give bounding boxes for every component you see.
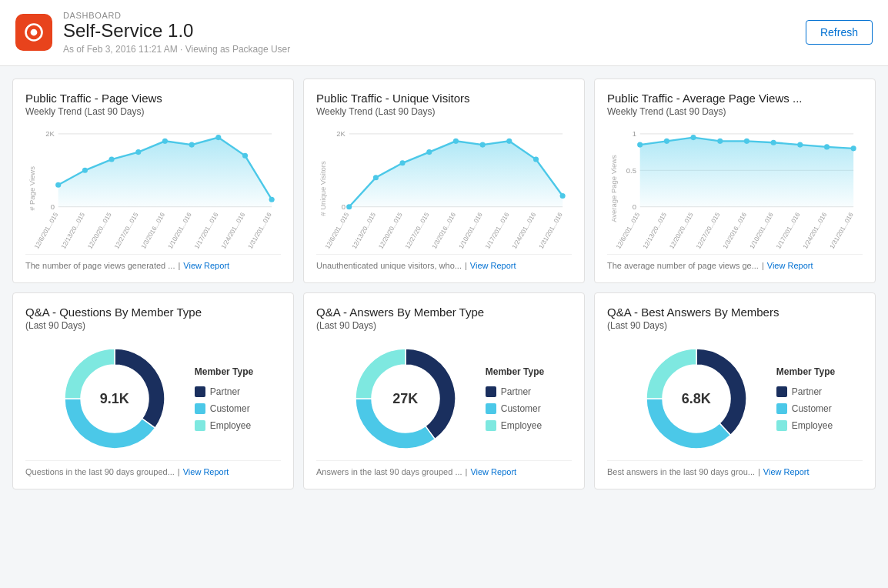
header-left: DASHBOARD Self-Service 1.0 As of Feb 3, … — [15, 11, 290, 55]
card-footer: Answers in the last 90 days grouped ... … — [316, 460, 572, 476]
donut-chart-svg — [53, 337, 176, 460]
svg-text:12/6/201...015: 12/6/201...015 — [323, 211, 350, 250]
refresh-button[interactable]: Refresh — [806, 20, 873, 45]
svg-point-1 — [31, 29, 38, 36]
svg-point-19 — [135, 149, 141, 155]
svg-text:2K: 2K — [336, 129, 346, 138]
donut-area: 6.8K Member Type Partner Customer Employ… — [607, 337, 863, 460]
legend-label: Partner — [501, 386, 531, 397]
svg-text:1/31/201...016: 1/31/201...016 — [246, 211, 273, 250]
svg-text:1/24/201...016: 1/24/201...016 — [510, 211, 537, 250]
card-best-answers: Q&A - Best Answers By Members (Last 90 D… — [594, 292, 876, 489]
view-report-link[interactable]: View Report — [470, 261, 516, 270]
chart-area: Average Page Views 10.50 12/6/201...0151… — [607, 123, 863, 254]
legend-swatch — [486, 420, 496, 431]
footer-separator: | — [465, 261, 467, 270]
svg-text:12/6/201...015: 12/6/201...015 — [32, 211, 59, 250]
footer-text: Unauthenticated unique visitors, who... — [316, 261, 462, 270]
card-footer: Questions in the last 90 days grouped...… — [25, 460, 281, 476]
svg-text:2K: 2K — [45, 129, 55, 138]
svg-text:1/17/201...016: 1/17/201...016 — [774, 211, 801, 250]
svg-point-73 — [81, 365, 149, 433]
svg-text:0: 0 — [633, 202, 636, 211]
svg-text:12/20/20...015: 12/20/20...015 — [86, 211, 113, 250]
view-report-link[interactable]: View Report — [470, 467, 516, 476]
view-report-link[interactable]: View Report — [183, 261, 229, 270]
donut-legend: Member Type Partner Customer Employee — [776, 366, 835, 431]
footer-separator: | — [758, 467, 760, 476]
svg-text:1/31/201...016: 1/31/201...016 — [828, 211, 855, 250]
header: DASHBOARD Self-Service 1.0 As of Feb 3, … — [0, 0, 888, 66]
donut-area: 27K Member Type Partner Customer Employe… — [316, 337, 572, 460]
donut-area: 9.1K Member Type Partner Customer Employ… — [25, 337, 281, 460]
svg-text:1/24/201...016: 1/24/201...016 — [801, 211, 828, 250]
card-footer: The average number of page views ge... |… — [607, 254, 863, 270]
svg-text:1/10/201...016: 1/10/201...016 — [166, 211, 193, 250]
card-footer: The number of page views generated ... |… — [25, 254, 281, 270]
legend-swatch — [776, 420, 787, 431]
card-subtitle: Weekly Trend (Last 90 Days) — [25, 106, 281, 117]
svg-point-66 — [690, 135, 696, 140]
svg-point-42 — [426, 149, 432, 155]
card-avg-page-views: Public Traffic - Average Page Views ... … — [594, 79, 876, 283]
svg-text:12/6/201...015: 12/6/201...015 — [614, 211, 641, 250]
footer-separator: | — [466, 467, 468, 476]
svg-point-46 — [533, 156, 539, 162]
legend-label: Customer — [501, 403, 541, 414]
donut-legend: Member Type Partner Customer Employee — [486, 366, 544, 431]
legend-swatch — [486, 386, 496, 397]
svg-point-22 — [215, 135, 221, 140]
legend-item: Partner — [195, 386, 253, 397]
legend-item: Customer — [776, 403, 835, 414]
card-page-views: Public Traffic - Page Views Weekly Trend… — [12, 79, 294, 283]
svg-point-39 — [346, 204, 352, 209]
card-title: Q&A - Best Answers By Members — [607, 306, 863, 319]
card-subtitle: (Last 90 Days) — [25, 320, 281, 331]
donut-svg-wrap: 6.8K — [635, 337, 758, 460]
donut-chart-svg — [635, 337, 758, 460]
svg-text:12/13/20...015: 12/13/20...015 — [59, 211, 86, 250]
legend-label: Employee — [501, 420, 542, 431]
legend-label: Employee — [792, 420, 833, 431]
legend-label: Partner — [210, 386, 240, 397]
view-report-link[interactable]: View Report — [183, 467, 229, 476]
svg-point-16 — [55, 182, 61, 187]
chart-area: # Unique Visitors 2K0 12/6/201...01512/1… — [316, 123, 572, 254]
line-chart-svg: # Page Views 2K0 12/6/201...01512/13/20.… — [25, 123, 281, 254]
svg-point-44 — [480, 142, 486, 147]
card-subtitle: (Last 90 Days) — [316, 320, 572, 331]
chart-area: # Page Views 2K0 12/6/201...01512/13/20.… — [25, 123, 281, 254]
legend-swatch — [776, 386, 787, 397]
svg-text:0: 0 — [342, 202, 346, 211]
svg-text:0: 0 — [51, 202, 55, 211]
card-title: Q&A - Answers By Member Type — [316, 306, 572, 319]
svg-text:1/31/201...016: 1/31/201...016 — [537, 211, 564, 250]
card-footer: Unauthenticated unique visitors, who... … — [316, 254, 572, 270]
legend-item: Customer — [195, 403, 253, 414]
svg-text:12/27/20...015: 12/27/20...015 — [694, 211, 721, 250]
card-answers: Q&A - Answers By Member Type (Last 90 Da… — [303, 292, 585, 489]
view-report-link[interactable]: View Report — [767, 261, 813, 270]
svg-point-17 — [82, 168, 88, 173]
svg-text:12/20/20...015: 12/20/20...015 — [377, 211, 404, 250]
legend-item: Employee — [195, 420, 253, 431]
svg-text:12/13/20...015: 12/13/20...015 — [641, 211, 668, 250]
card-subtitle: Weekly Trend (Last 90 Days) — [607, 106, 863, 117]
svg-point-24 — [269, 196, 275, 202]
card-title: Public Traffic - Unique Visitors — [316, 92, 572, 105]
svg-point-18 — [108, 156, 114, 162]
svg-text:1/10/201...016: 1/10/201...016 — [748, 211, 775, 250]
footer-text: Questions in the last 90 days grouped... — [25, 467, 175, 476]
logo-icon — [23, 22, 45, 43]
card-title: Public Traffic - Average Page Views ... — [607, 92, 863, 105]
svg-point-23 — [242, 153, 248, 159]
svg-text:1/3/2016...016: 1/3/2016...016 — [430, 211, 457, 250]
legend-swatch — [486, 403, 496, 414]
app-logo — [15, 14, 52, 51]
card-questions: Q&A - Questions By Member Type (Last 90 … — [12, 292, 294, 489]
view-report-link[interactable]: View Report — [763, 467, 810, 476]
legend-label: Customer — [792, 403, 832, 414]
svg-point-47 — [560, 193, 566, 199]
svg-point-40 — [373, 175, 379, 180]
svg-point-64 — [637, 142, 643, 147]
